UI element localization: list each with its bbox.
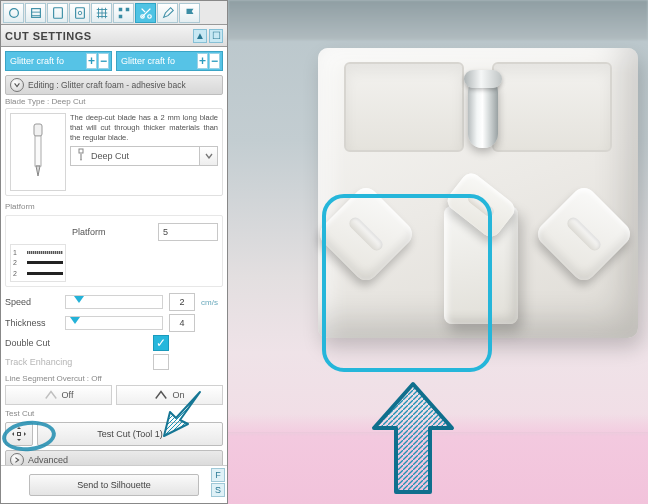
svg-point-9 [147,14,151,18]
svg-rect-11 [35,136,41,166]
platform-row-3: 2 [13,270,17,277]
overcut-on-label: On [172,390,184,400]
platform-section: Platform 5 1 2 2 [5,215,223,287]
blade-section: The deep-cut blade has a 2 mm long blade… [5,108,223,196]
thickness-label: Thickness [5,318,59,328]
double-cut-checkbox[interactable]: ✓ [153,335,169,351]
track-enhancing-row: Track Enhancing [5,354,223,370]
panel-title: CUT SETTINGS [5,30,92,42]
platform-section-label: Platform [5,202,223,211]
panel-close-icon[interactable]: ☐ [209,29,223,43]
machine-photo [228,0,648,504]
carriage [318,48,638,338]
overcut-toggle: Off On [5,385,223,405]
panel-collapse-up-icon[interactable]: ▲ [193,29,207,43]
double-cut-label: Double Cut [5,338,75,348]
testcut-position-button[interactable] [5,422,33,446]
svg-rect-13 [80,153,82,159]
advanced-label: Advanced [28,455,68,465]
platform-row-2: 2 [13,259,17,266]
blade-description: The deep-cut blade has a 2 mm long blade… [70,113,218,142]
metal-post [468,78,498,148]
blade-dropdown-value: Deep Cut [91,151,129,161]
material-tab-1-label: Glitter craft fo [10,56,64,66]
overcut-off-label: Off [62,390,74,400]
svg-rect-7 [118,14,122,18]
top-toolbar [1,1,227,25]
platform-diagram: 1 2 2 [10,244,66,282]
overcut-on-button[interactable]: On [116,385,223,405]
svg-rect-10 [34,124,42,136]
blade-type-dropdown[interactable]: Deep Cut [70,146,218,166]
send-button-label: Send to Silhouette [77,480,151,490]
overcut-section-label: Line Segment Overcut : Off [5,374,223,383]
chevron-right-icon [10,453,24,465]
chevron-down-icon [10,78,24,92]
toolbar-btn-3[interactable] [47,3,68,23]
speed-label: Speed [5,297,59,307]
overcut-off-button[interactable]: Off [5,385,112,405]
svg-rect-12 [79,149,83,153]
editing-label: Editing : Glitter craft foam - adhesive … [28,80,186,90]
svg-rect-14 [18,433,21,436]
speed-value[interactable]: 2 [169,293,195,311]
platform-row-1: 1 [13,249,17,256]
toolbar-btn-flag[interactable] [179,3,200,23]
overcut-on-icon [154,389,168,401]
svg-point-4 [78,11,82,15]
material-tab-1[interactable]: Glitter craft fo +− [5,51,112,71]
blade-section-label: Blade Type : Deep Cut [5,97,223,106]
testcut-button-label: Test Cut (Tool 1) [97,429,163,439]
tab1-minus-icon[interactable]: − [98,53,109,69]
blade-dropdown-icon [75,148,87,164]
editing-bar[interactable]: Editing : Glitter craft foam - adhesive … [5,75,223,95]
testcut-section-label: Test Cut [5,409,223,418]
toolbar-btn-2[interactable] [25,3,46,23]
toolbar-btn-cut-active[interactable] [135,3,156,23]
platform-field-label: Platform [72,227,106,237]
tab2-plus-icon[interactable]: + [197,53,208,69]
tab2-minus-icon[interactable]: − [209,53,220,69]
blade-holder [444,206,518,324]
blade-illustration [10,113,66,191]
toolbar-btn-4[interactable] [69,3,90,23]
cut-settings-panel: CUT SETTINGS ▲ ☐ Glitter craft fo +− Gli… [0,0,228,504]
double-cut-row: Double Cut ✓ [5,335,223,351]
toolbar-btn-pen[interactable] [157,3,178,23]
svg-point-0 [9,8,18,17]
toolbar-btn-1[interactable] [3,3,24,23]
panel-header: CUT SETTINGS ▲ ☐ [1,25,227,47]
track-enhancing-label: Track Enhancing [5,357,85,367]
platform-value[interactable]: 5 [158,223,218,241]
material-tab-2-label: Glitter craft fo [121,56,175,66]
toolbar-btn-reg[interactable] [113,3,134,23]
svg-rect-6 [125,7,129,11]
footer-btn-s[interactable]: S [211,483,225,497]
material-tab-2[interactable]: Glitter craft fo +− [116,51,223,71]
testcut-button[interactable]: Test Cut (Tool 1) [37,422,223,446]
tab1-plus-icon[interactable]: + [86,53,97,69]
overcut-off-icon [44,389,58,401]
speed-unit: cm/s [201,298,223,307]
footer-btn-f[interactable]: F [211,468,225,482]
panel-footer: Send to Silhouette F S [1,465,227,503]
speed-row: Speed 2 cm/s [5,293,223,311]
arrows-move-icon [11,426,27,442]
svg-rect-5 [118,7,122,11]
thickness-row: Thickness 4 [5,314,223,332]
advanced-bar[interactable]: Advanced [5,450,223,465]
track-enhancing-checkbox[interactable] [153,354,169,370]
svg-rect-2 [53,7,62,18]
dropdown-arrow-icon [199,147,217,165]
send-to-silhouette-button[interactable]: Send to Silhouette [29,474,199,496]
panel-body: Glitter craft fo +− Glitter craft fo +− … [1,47,227,465]
toolbar-btn-grid[interactable] [91,3,112,23]
svg-rect-3 [75,7,84,18]
testcut-row: Test Cut (Tool 1) [5,422,223,446]
speed-slider[interactable] [65,295,163,309]
thickness-value[interactable]: 4 [169,314,195,332]
material-tabs: Glitter craft fo +− Glitter craft fo +− [5,51,223,71]
thickness-slider[interactable] [65,316,163,330]
